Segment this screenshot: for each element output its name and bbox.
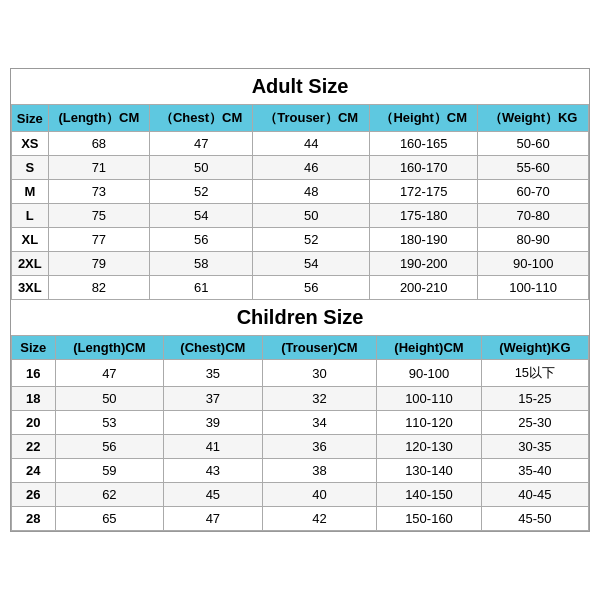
table-cell: 73 xyxy=(48,180,149,204)
table-cell: 45 xyxy=(164,483,262,507)
table-cell: 160-170 xyxy=(370,156,478,180)
table-cell: 24 xyxy=(12,459,56,483)
table-cell: 160-165 xyxy=(370,132,478,156)
table-cell: 20 xyxy=(12,411,56,435)
table-cell: 75 xyxy=(48,204,149,228)
table-cell: 36 xyxy=(262,435,377,459)
table-cell: 43 xyxy=(164,459,262,483)
table-cell: 32 xyxy=(262,387,377,411)
table-cell: 18 xyxy=(12,387,56,411)
adult-size-title: Adult Size xyxy=(11,69,589,104)
adult-table-body: XS684744160-16550-60S715046160-17055-60M… xyxy=(12,132,589,300)
table-cell: 52 xyxy=(253,228,370,252)
table-cell: 42 xyxy=(262,507,377,531)
table-cell: 48 xyxy=(253,180,370,204)
table-row: 22564136120-13030-35 xyxy=(12,435,589,459)
table-cell: M xyxy=(12,180,49,204)
table-cell: 90-100 xyxy=(377,360,482,387)
table-cell: 100-110 xyxy=(478,276,589,300)
table-cell: 68 xyxy=(48,132,149,156)
table-cell: 52 xyxy=(150,180,253,204)
table-cell: 28 xyxy=(12,507,56,531)
table-cell: 45-50 xyxy=(481,507,588,531)
table-cell: 2XL xyxy=(12,252,49,276)
adult-header-cell: （Chest）CM xyxy=(150,105,253,132)
table-cell: 53 xyxy=(55,411,164,435)
table-cell: 71 xyxy=(48,156,149,180)
children-size-title: Children Size xyxy=(11,300,589,335)
children-header-cell: (Height)CM xyxy=(377,336,482,360)
table-cell: 180-190 xyxy=(370,228,478,252)
table-cell: 100-110 xyxy=(377,387,482,411)
table-cell: 50-60 xyxy=(478,132,589,156)
table-cell: 82 xyxy=(48,276,149,300)
table-cell: 70-80 xyxy=(478,204,589,228)
table-cell: XL xyxy=(12,228,49,252)
children-header-cell: (Chest)CM xyxy=(164,336,262,360)
adult-header-cell: （Weight）KG xyxy=(478,105,589,132)
table-cell: 39 xyxy=(164,411,262,435)
table-cell: 130-140 xyxy=(377,459,482,483)
table-row: 20533934110-12025-30 xyxy=(12,411,589,435)
table-cell: 37 xyxy=(164,387,262,411)
table-cell: 80-90 xyxy=(478,228,589,252)
table-cell: 77 xyxy=(48,228,149,252)
table-cell: 47 xyxy=(150,132,253,156)
table-cell: 60-70 xyxy=(478,180,589,204)
table-cell: 47 xyxy=(164,507,262,531)
table-cell: 65 xyxy=(55,507,164,531)
table-cell: 44 xyxy=(253,132,370,156)
table-row: 18503732100-11015-25 xyxy=(12,387,589,411)
table-cell: 40 xyxy=(262,483,377,507)
table-row: XS684744160-16550-60 xyxy=(12,132,589,156)
table-cell: 56 xyxy=(55,435,164,459)
table-row: M735248172-17560-70 xyxy=(12,180,589,204)
table-cell: 22 xyxy=(12,435,56,459)
children-header-cell: (Trouser)CM xyxy=(262,336,377,360)
table-cell: 54 xyxy=(150,204,253,228)
table-cell: 40-45 xyxy=(481,483,588,507)
children-table-body: 1647353090-10015以下18503732100-11015-2520… xyxy=(12,360,589,531)
size-chart-container: Adult Size Size(Length）CM（Chest）CM（Trous… xyxy=(10,68,590,532)
table-cell: 46 xyxy=(253,156,370,180)
table-cell: 15-25 xyxy=(481,387,588,411)
adult-header-cell: Size xyxy=(12,105,49,132)
table-row: 24594338130-14035-40 xyxy=(12,459,589,483)
table-cell: 150-160 xyxy=(377,507,482,531)
table-row: 1647353090-10015以下 xyxy=(12,360,589,387)
table-cell: 34 xyxy=(262,411,377,435)
table-cell: 62 xyxy=(55,483,164,507)
table-row: 26624540140-15040-45 xyxy=(12,483,589,507)
children-header-cell: (Weight)KG xyxy=(481,336,588,360)
table-cell: 50 xyxy=(55,387,164,411)
table-cell: 30-35 xyxy=(481,435,588,459)
table-cell: 35 xyxy=(164,360,262,387)
table-row: 2XL795854190-20090-100 xyxy=(12,252,589,276)
adult-table-header: Size(Length）CM（Chest）CM（Trouser）CM（Heigh… xyxy=(12,105,589,132)
children-header-cell: Size xyxy=(12,336,56,360)
children-header-cell: (Length)CM xyxy=(55,336,164,360)
table-row: S715046160-17055-60 xyxy=(12,156,589,180)
table-cell: 3XL xyxy=(12,276,49,300)
table-cell: 41 xyxy=(164,435,262,459)
table-cell: 16 xyxy=(12,360,56,387)
table-cell: 59 xyxy=(55,459,164,483)
table-cell: 50 xyxy=(150,156,253,180)
adult-header-cell: （Height）CM xyxy=(370,105,478,132)
table-cell: 38 xyxy=(262,459,377,483)
table-row: 3XL826156200-210100-110 xyxy=(12,276,589,300)
table-cell: 172-175 xyxy=(370,180,478,204)
table-cell: S xyxy=(12,156,49,180)
children-table-header: Size(Length)CM(Chest)CM(Trouser)CM(Heigh… xyxy=(12,336,589,360)
table-cell: 55-60 xyxy=(478,156,589,180)
table-cell: 56 xyxy=(150,228,253,252)
table-cell: 120-130 xyxy=(377,435,482,459)
table-cell: 47 xyxy=(55,360,164,387)
table-cell: 15以下 xyxy=(481,360,588,387)
table-cell: 30 xyxy=(262,360,377,387)
table-cell: 140-150 xyxy=(377,483,482,507)
table-row: XL775652180-19080-90 xyxy=(12,228,589,252)
table-row: 28654742150-16045-50 xyxy=(12,507,589,531)
table-row: L755450175-18070-80 xyxy=(12,204,589,228)
table-cell: 26 xyxy=(12,483,56,507)
